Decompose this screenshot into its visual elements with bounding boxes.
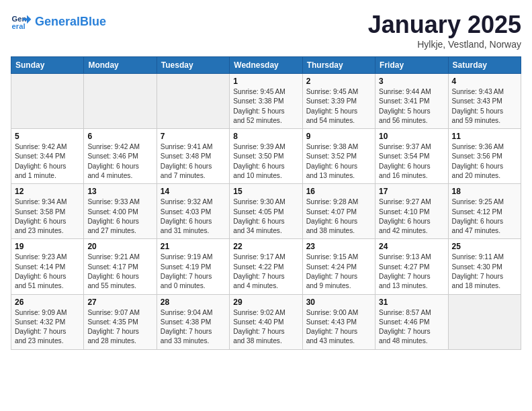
day-info: Sunrise: 8:57 AM Sunset: 4:46 PM Dayligh…	[379, 308, 444, 347]
day-number: 18	[452, 187, 517, 196]
calendar-week-2: 5Sunrise: 9:42 AM Sunset: 3:44 PM Daylig…	[11, 129, 521, 184]
day-number: 17	[379, 187, 444, 196]
calendar-cell: 7Sunrise: 9:41 AM Sunset: 3:48 PM Daylig…	[157, 129, 229, 184]
calendar-week-5: 26Sunrise: 9:09 AM Sunset: 4:32 PM Dayli…	[11, 294, 521, 349]
calendar-table: SundayMondayTuesdayWednesdayThursdayFrid…	[11, 56, 521, 350]
day-number: 1	[233, 77, 298, 86]
title-block: January 2025 Hylkje, Vestland, Norway	[368, 11, 521, 50]
calendar-header-wednesday: Wednesday	[230, 57, 302, 74]
day-info: Sunrise: 9:42 AM Sunset: 3:46 PM Dayligh…	[87, 142, 152, 181]
calendar-header-tuesday: Tuesday	[157, 57, 229, 74]
calendar-header-saturday: Saturday	[448, 57, 521, 74]
calendar-cell: 17Sunrise: 9:27 AM Sunset: 4:10 PM Dayli…	[375, 184, 448, 239]
day-number: 10	[379, 132, 444, 141]
calendar-cell: 10Sunrise: 9:37 AM Sunset: 3:54 PM Dayli…	[375, 129, 448, 184]
day-info: Sunrise: 9:04 AM Sunset: 4:38 PM Dayligh…	[161, 308, 226, 347]
calendar-header-friday: Friday	[375, 57, 448, 74]
day-number: 9	[306, 132, 371, 141]
day-number: 13	[87, 187, 152, 196]
day-info: Sunrise: 9:11 AM Sunset: 4:30 PM Dayligh…	[452, 253, 517, 291]
day-number: 22	[233, 242, 298, 251]
calendar-cell: 4Sunrise: 9:43 AM Sunset: 3:43 PM Daylig…	[448, 74, 521, 129]
calendar-header-thursday: Thursday	[302, 57, 375, 74]
calendar-cell: 2Sunrise: 9:45 AM Sunset: 3:39 PM Daylig…	[302, 74, 375, 129]
calendar-cell	[11, 74, 84, 129]
calendar-header-row: SundayMondayTuesdayWednesdayThursdayFrid…	[11, 57, 521, 74]
day-info: Sunrise: 9:19 AM Sunset: 4:19 PM Dayligh…	[161, 253, 226, 291]
calendar-cell: 29Sunrise: 9:02 AM Sunset: 4:40 PM Dayli…	[230, 294, 302, 349]
calendar-cell: 24Sunrise: 9:13 AM Sunset: 4:27 PM Dayli…	[375, 239, 448, 294]
day-info: Sunrise: 9:42 AM Sunset: 3:44 PM Dayligh…	[15, 142, 80, 181]
calendar-cell: 31Sunrise: 8:57 AM Sunset: 4:46 PM Dayli…	[375, 294, 448, 349]
day-info: Sunrise: 9:37 AM Sunset: 3:54 PM Dayligh…	[379, 142, 444, 181]
calendar-cell: 19Sunrise: 9:23 AM Sunset: 4:14 PM Dayli…	[11, 239, 84, 294]
day-info: Sunrise: 9:07 AM Sunset: 4:35 PM Dayligh…	[87, 308, 152, 347]
calendar-cell: 22Sunrise: 9:17 AM Sunset: 4:22 PM Dayli…	[230, 239, 302, 294]
day-info: Sunrise: 9:25 AM Sunset: 4:12 PM Dayligh…	[452, 197, 517, 236]
calendar-week-3: 12Sunrise: 9:34 AM Sunset: 3:58 PM Dayli…	[11, 184, 521, 239]
day-info: Sunrise: 9:39 AM Sunset: 3:50 PM Dayligh…	[233, 142, 298, 181]
calendar-cell: 15Sunrise: 9:30 AM Sunset: 4:05 PM Dayli…	[230, 184, 302, 239]
day-info: Sunrise: 9:23 AM Sunset: 4:14 PM Dayligh…	[15, 253, 80, 291]
logo-general: General	[35, 15, 80, 28]
day-number: 30	[306, 298, 371, 307]
calendar-cell: 25Sunrise: 9:11 AM Sunset: 4:30 PM Dayli…	[448, 239, 521, 294]
day-info: Sunrise: 9:45 AM Sunset: 3:38 PM Dayligh…	[233, 87, 298, 126]
location-subtitle: Hylkje, Vestland, Norway	[368, 39, 521, 50]
day-number: 6	[87, 132, 152, 141]
day-number: 23	[306, 242, 371, 251]
calendar-cell: 14Sunrise: 9:32 AM Sunset: 4:03 PM Dayli…	[157, 184, 229, 239]
calendar-cell: 3Sunrise: 9:44 AM Sunset: 3:41 PM Daylig…	[375, 74, 448, 129]
day-number: 21	[161, 242, 226, 251]
svg-text:eral: eral	[12, 22, 26, 30]
calendar-header-sunday: Sunday	[11, 57, 84, 74]
calendar-cell: 1Sunrise: 9:45 AM Sunset: 3:38 PM Daylig…	[230, 74, 302, 129]
day-info: Sunrise: 9:32 AM Sunset: 4:03 PM Dayligh…	[161, 197, 226, 236]
calendar-cell	[84, 74, 157, 129]
month-title: January 2025	[368, 11, 521, 39]
calendar-cell: 30Sunrise: 9:00 AM Sunset: 4:43 PM Dayli…	[302, 294, 375, 349]
day-number: 3	[379, 77, 444, 86]
calendar-cell	[448, 294, 521, 349]
day-number: 15	[233, 187, 298, 196]
day-info: Sunrise: 9:38 AM Sunset: 3:52 PM Dayligh…	[306, 142, 371, 181]
day-info: Sunrise: 9:02 AM Sunset: 4:40 PM Dayligh…	[233, 308, 298, 347]
day-info: Sunrise: 9:17 AM Sunset: 4:22 PM Dayligh…	[233, 253, 298, 291]
logo-icon: Gen eral	[11, 11, 32, 32]
day-number: 2	[306, 77, 371, 86]
logo: Gen eral GeneralBlue	[11, 11, 106, 32]
page-header: Gen eral GeneralBlue January 2025 Hylkje…	[11, 11, 521, 50]
day-info: Sunrise: 9:44 AM Sunset: 3:41 PM Dayligh…	[379, 87, 444, 126]
day-number: 31	[379, 298, 444, 307]
day-number: 7	[161, 132, 226, 141]
calendar-cell: 26Sunrise: 9:09 AM Sunset: 4:32 PM Dayli…	[11, 294, 84, 349]
day-number: 5	[15, 132, 80, 141]
day-info: Sunrise: 9:45 AM Sunset: 3:39 PM Dayligh…	[306, 87, 371, 126]
calendar-cell: 21Sunrise: 9:19 AM Sunset: 4:19 PM Dayli…	[157, 239, 229, 294]
day-number: 20	[87, 242, 152, 251]
calendar-cell: 11Sunrise: 9:36 AM Sunset: 3:56 PM Dayli…	[448, 129, 521, 184]
day-number: 4	[452, 77, 517, 86]
calendar-cell: 27Sunrise: 9:07 AM Sunset: 4:35 PM Dayli…	[84, 294, 157, 349]
day-info: Sunrise: 9:21 AM Sunset: 4:17 PM Dayligh…	[87, 253, 152, 291]
calendar-week-4: 19Sunrise: 9:23 AM Sunset: 4:14 PM Dayli…	[11, 239, 521, 294]
day-number: 19	[15, 242, 80, 251]
logo-text: GeneralBlue	[35, 15, 106, 28]
calendar-cell: 9Sunrise: 9:38 AM Sunset: 3:52 PM Daylig…	[302, 129, 375, 184]
day-info: Sunrise: 9:09 AM Sunset: 4:32 PM Dayligh…	[15, 308, 80, 347]
day-number: 29	[233, 298, 298, 307]
day-info: Sunrise: 9:28 AM Sunset: 4:07 PM Dayligh…	[306, 197, 371, 236]
calendar-header-monday: Monday	[84, 57, 157, 74]
calendar-cell: 20Sunrise: 9:21 AM Sunset: 4:17 PM Dayli…	[84, 239, 157, 294]
day-number: 25	[452, 242, 517, 251]
logo-blue: Blue	[80, 15, 106, 28]
day-number: 27	[87, 298, 152, 307]
calendar-cell: 5Sunrise: 9:42 AM Sunset: 3:44 PM Daylig…	[11, 129, 84, 184]
day-info: Sunrise: 9:36 AM Sunset: 3:56 PM Dayligh…	[452, 142, 517, 181]
calendar-week-1: 1Sunrise: 9:45 AM Sunset: 3:38 PM Daylig…	[11, 74, 521, 129]
day-number: 14	[161, 187, 226, 196]
calendar-cell: 28Sunrise: 9:04 AM Sunset: 4:38 PM Dayli…	[157, 294, 229, 349]
calendar-cell: 8Sunrise: 9:39 AM Sunset: 3:50 PM Daylig…	[230, 129, 302, 184]
day-info: Sunrise: 9:41 AM Sunset: 3:48 PM Dayligh…	[161, 142, 226, 181]
day-number: 26	[15, 298, 80, 307]
